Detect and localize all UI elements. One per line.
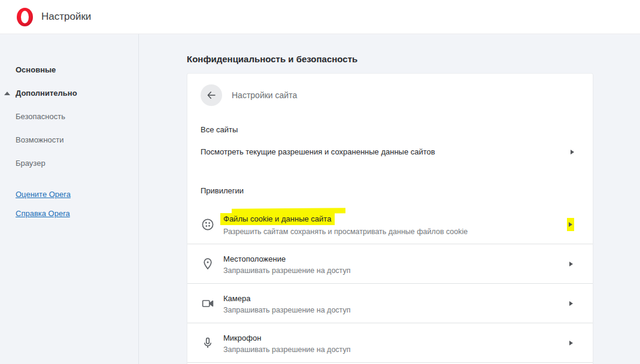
camera-icon: [201, 296, 215, 311]
cookie-icon: [201, 217, 215, 232]
chevron-right-icon: [569, 341, 573, 345]
opera-help-link[interactable]: Справка Opera: [16, 209, 138, 219]
permission-list: Файлы cookie и данные сайта Разрешить са…: [187, 205, 593, 363]
highlight-marker-stroke: [232, 208, 345, 214]
chevron-right-icon: [571, 150, 574, 154]
card-title: Настройки сайта: [232, 90, 297, 100]
location-icon: [201, 257, 215, 271]
collapse-triangle-icon[interactable]: [4, 92, 10, 95]
permission-row[interactable]: Файлы cookie и данные сайта Разрешить са…: [187, 205, 593, 244]
microphone-icon-wrap: [201, 336, 215, 350]
card-header: Настройки сайта: [187, 74, 593, 113]
permission-row[interactable]: Местоположение Запрашивать разрешение на…: [187, 244, 593, 284]
permission-title: Микрофон: [223, 333, 261, 343]
cookie-icon-wrap: [201, 217, 215, 232]
view-permissions-label: Посмотреть текущие разрешения и сохранен…: [201, 147, 435, 156]
all-sites-section-label: Все сайты: [187, 113, 593, 138]
permission-subtitle: Запрашивать разрешение на доступ: [223, 345, 568, 354]
camera-icon-wrap: [201, 296, 215, 311]
rate-opera-link[interactable]: Оцените Opera: [16, 190, 138, 199]
sidebar-item-advanced-label: Дополнительно: [16, 89, 77, 98]
chevron-right-icon: [569, 222, 572, 227]
back-arrow-icon: [206, 90, 217, 101]
microphone-icon: [201, 336, 215, 350]
chevron-right-icon: [569, 262, 573, 266]
permission-title: Камера: [223, 293, 250, 304]
chevron-right-icon: [569, 301, 573, 306]
page-title: Конфиденциальность и безопасность: [187, 54, 640, 64]
permission-subtitle: Запрашивать разрешение на доступ: [223, 306, 568, 314]
app-header: Настройки: [0, 0, 640, 34]
permission-subtitle: Разрешить сайтам сохранять и просматрива…: [223, 228, 567, 236]
app-title: Настройки: [41, 11, 91, 23]
permission-subtitle: Запрашивать разрешение на доступ: [223, 266, 568, 275]
opera-logo-icon: [17, 8, 33, 26]
sidebar-item-advanced[interactable]: Дополнительно: [16, 89, 138, 98]
location-icon-wrap: [201, 257, 215, 271]
site-settings-card: Настройки сайта Все сайты Посмотреть тек…: [187, 73, 593, 364]
view-permissions-row[interactable]: Посмотреть текущие разрешения и сохранен…: [187, 138, 593, 168]
privileges-section-label: Привилегии: [187, 168, 593, 199]
permission-title: Файлы cookie и данные сайта: [220, 213, 335, 225]
sidebar-item-security[interactable]: Безопасность: [16, 112, 138, 122]
sidebar-item-general[interactable]: Основные: [16, 65, 138, 75]
back-button[interactable]: [201, 84, 222, 106]
settings-main: Конфиденциальность и безопасность Настро…: [139, 34, 640, 364]
permission-row[interactable]: Камера Запрашивать разрешение на доступ: [187, 284, 593, 323]
permission-row[interactable]: Микрофон Запрашивать разрешение на досту…: [187, 323, 593, 363]
permission-title: Местоположение: [223, 254, 286, 264]
sidebar-item-browser[interactable]: Браузер: [16, 159, 138, 168]
settings-sidebar: Основные Дополнительно Безопасность Возм…: [0, 34, 139, 364]
sidebar-item-features[interactable]: Возможности: [16, 135, 138, 145]
